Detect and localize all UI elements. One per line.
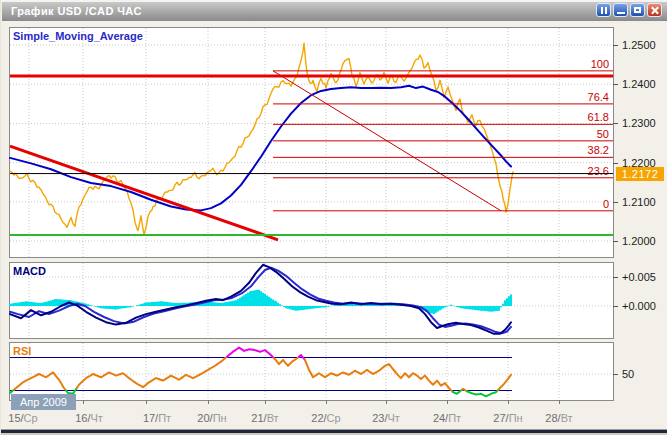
current-price-badge: 1.2172 bbox=[616, 167, 664, 181]
axis-tick bbox=[613, 84, 618, 85]
time-axis-tick bbox=[386, 400, 387, 404]
price-axis-label: 1.2400 bbox=[622, 78, 656, 90]
chart-window: График USD /CAD ЧАС Simple_Moving_Averag… bbox=[0, 0, 667, 435]
rsi-segment bbox=[77, 357, 227, 388]
macd-axis-label: +0.000 bbox=[622, 300, 656, 312]
price-axis-label: 1.2000 bbox=[622, 235, 656, 247]
rsi-segment bbox=[227, 348, 274, 359]
fib-label-23.6: 23.6 bbox=[588, 165, 609, 177]
time-axis-tick bbox=[326, 400, 327, 404]
date-label: 20/Пн bbox=[197, 412, 226, 424]
macd-canvas bbox=[9, 262, 614, 339]
date-label: 24/Пт bbox=[433, 412, 461, 424]
axis-tick bbox=[613, 123, 618, 124]
sma-line bbox=[10, 86, 511, 211]
axis-tick bbox=[613, 163, 618, 164]
time-axis-tick bbox=[265, 400, 266, 404]
date-label: 17/Пт bbox=[143, 412, 171, 424]
minimize-icon bbox=[617, 12, 625, 14]
date-label: 28/Вт bbox=[545, 412, 572, 424]
close-button[interactable] bbox=[647, 3, 662, 17]
date-label: 23/Чт bbox=[372, 412, 400, 424]
rsi-segment bbox=[467, 390, 498, 396]
rsi-canvas bbox=[9, 342, 614, 401]
axis-tick bbox=[613, 45, 618, 46]
close-icon bbox=[651, 6, 659, 14]
macd-axis-label: +0.005 bbox=[622, 271, 656, 283]
rsi-segment bbox=[274, 357, 299, 366]
axis-tick bbox=[613, 306, 618, 307]
price-line bbox=[10, 43, 513, 234]
date-label: 27/Пн bbox=[493, 412, 522, 424]
price-axis-label: 1.2500 bbox=[622, 39, 656, 51]
time-axis-tick bbox=[559, 400, 560, 404]
date-label: 15/Ср bbox=[8, 412, 37, 424]
maximize-button[interactable] bbox=[630, 3, 645, 17]
rsi-axis-label: 50 bbox=[622, 368, 634, 380]
fib-label-38.2: 38.2 bbox=[588, 144, 609, 156]
time-axis-tick bbox=[508, 400, 509, 404]
price-axis-label: 1.2100 bbox=[622, 196, 656, 208]
axis-tick bbox=[613, 202, 618, 203]
macd-label: MACD bbox=[13, 265, 46, 277]
fib-label-100: 100 bbox=[591, 58, 609, 70]
indicator-label: Simple_Moving_Average bbox=[13, 30, 143, 42]
price-axis-label: 1.2300 bbox=[622, 117, 656, 129]
axis-tick bbox=[613, 374, 618, 375]
rsi-segment bbox=[498, 375, 511, 390]
fib-label-50: 50 bbox=[597, 128, 609, 140]
title-bar[interactable]: График USD /CAD ЧАС bbox=[2, 2, 667, 21]
time-axis-tick bbox=[208, 400, 209, 404]
thick-red-trendline bbox=[10, 146, 278, 240]
date-label: 16/Чт bbox=[75, 412, 103, 424]
time-axis-tick bbox=[83, 400, 84, 404]
window-controls bbox=[596, 3, 662, 17]
maximize-icon bbox=[634, 7, 641, 13]
time-axis-tick bbox=[146, 400, 147, 404]
minimize-button[interactable] bbox=[613, 3, 628, 17]
date-label: 21/Вт bbox=[251, 412, 278, 424]
axis-tick bbox=[613, 277, 618, 278]
rsi-segment bbox=[305, 360, 453, 392]
price-chart-canvas: 10076.461.85038.223.60 bbox=[9, 27, 614, 258]
fib-label-61.8: 61.8 bbox=[588, 111, 609, 123]
fib-label-76.4: 76.4 bbox=[588, 91, 609, 103]
time-axis-tick bbox=[447, 400, 448, 404]
axis-tick bbox=[613, 241, 618, 242]
rsi-label: RSI bbox=[13, 345, 31, 357]
date-label: 22/Ср bbox=[311, 412, 340, 424]
window-title: График USD /CAD ЧАС bbox=[11, 5, 142, 17]
pause-button[interactable] bbox=[596, 3, 611, 17]
month-badge: Апр 2009 bbox=[11, 394, 76, 410]
rsi-segment bbox=[14, 372, 66, 390]
fib-label-0: 0 bbox=[603, 198, 609, 210]
pause-icon bbox=[601, 7, 607, 14]
